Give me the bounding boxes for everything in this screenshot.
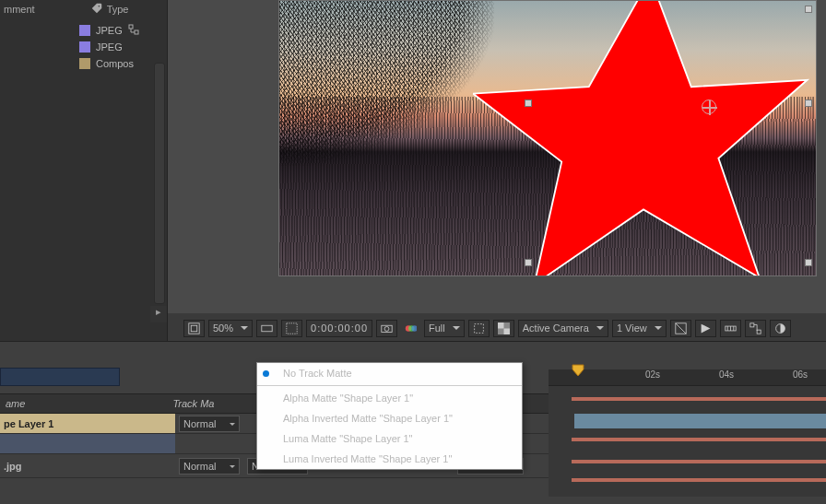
hierarchy-icon (128, 24, 141, 37)
layer-duration-bar[interactable] (572, 478, 826, 482)
menu-item-alpha-matte[interactable]: Alpha Matte "Shape Layer 1" (257, 388, 522, 408)
layer-duration-bar[interactable] (572, 460, 826, 463)
time-tick: 06s (793, 369, 808, 380)
svg-rect-2 (135, 30, 138, 34)
col-track-matte[interactable]: Track Ma (172, 398, 214, 409)
views-select[interactable]: 1 View (612, 320, 667, 337)
viewer-controls: 50% 0:00:00:00 Full Active Camera 1 View (180, 316, 826, 340)
file-type-label: JPEG (96, 25, 123, 36)
menu-item-luma-inverted-matte[interactable]: Luma Inverted Matte "Shape Layer 1" (257, 449, 522, 469)
transform-handle[interactable] (525, 259, 532, 266)
menu-item-luma-matte[interactable]: Luma Matte "Shape Layer 1" (257, 428, 522, 449)
svg-point-9 (384, 326, 389, 331)
time-ruler[interactable]: 02s 04s 06s (549, 369, 826, 386)
svg-rect-5 (191, 325, 197, 332)
safe-zones-icon[interactable] (281, 320, 302, 337)
svg-rect-20 (757, 330, 761, 334)
layer-name[interactable] (0, 434, 175, 453)
layer-duration-bar[interactable] (572, 397, 826, 401)
filetype-swatch (79, 58, 90, 69)
svg-rect-4 (189, 322, 199, 333)
svg-rect-19 (750, 322, 754, 326)
file-type-label: Compos (96, 58, 134, 69)
exposure-icon[interactable] (770, 320, 791, 337)
flowchart-icon[interactable] (745, 320, 766, 337)
tag-icon (90, 2, 103, 17)
selected-indicator-icon (263, 370, 269, 377)
time-tick: 04s (719, 369, 734, 380)
blend-mode-select[interactable]: Normal (179, 416, 240, 432)
svg-rect-7 (287, 322, 297, 333)
layer-duration-bar[interactable] (574, 414, 826, 428)
aspect-icon[interactable] (256, 320, 277, 337)
svg-rect-6 (262, 325, 272, 332)
shape-layer-star[interactable] (473, 0, 814, 276)
show-channel-icon[interactable] (401, 320, 420, 337)
resolution-select[interactable]: Full (424, 320, 465, 337)
filetype-swatch (79, 25, 90, 36)
panel-expand-icon[interactable]: ▸ (150, 306, 167, 322)
composition-viewer (168, 0, 826, 313)
track-matte-context-menu: No Track Matte Alpha Matte "Shape Layer … (256, 362, 523, 470)
project-item[interactable]: JPEG (79, 39, 167, 55)
filetype-swatch (79, 41, 90, 53)
current-time-indicator[interactable] (572, 364, 584, 377)
svg-rect-16 (503, 328, 510, 334)
menu-separator (257, 385, 522, 386)
camera-select[interactable]: Active Camera (518, 320, 608, 337)
transform-handle[interactable] (525, 100, 532, 107)
svg-rect-1 (129, 25, 133, 29)
file-type-label: JPEG (96, 41, 123, 53)
time-tick: 02s (645, 369, 660, 380)
magnification-grid-icon[interactable] (183, 320, 205, 337)
region-of-interest-icon[interactable] (468, 320, 490, 337)
transform-handle[interactable] (805, 100, 812, 107)
transform-handle[interactable] (805, 259, 812, 266)
layer-duration-bar[interactable] (572, 438, 826, 441)
column-type[interactable]: Type (107, 4, 129, 15)
menu-item-alpha-inverted-matte[interactable]: Alpha Inverted Matte "Shape Layer 1" (257, 408, 522, 428)
transparency-grid-icon[interactable] (493, 320, 514, 337)
project-panel: mment Type JPEG JPEG Compos ▸ (0, 0, 168, 341)
svg-rect-15 (498, 322, 504, 329)
svg-point-0 (98, 6, 100, 7)
transform-handle[interactable] (805, 6, 812, 13)
snapshot-icon[interactable] (376, 320, 397, 337)
menu-item-no-track-matte[interactable]: No Track Matte (257, 363, 522, 383)
layer-name[interactable]: .jpg (0, 454, 175, 477)
col-name[interactable]: ame (6, 398, 25, 409)
composition-canvas[interactable] (278, 0, 817, 276)
anchor-point-icon[interactable] (702, 100, 716, 114)
timeline-search-input[interactable] (0, 368, 120, 386)
column-comment[interactable]: mment (4, 4, 35, 15)
current-time-display[interactable]: 0:00:00:00 (306, 320, 372, 337)
project-item[interactable]: JPEG (79, 22, 167, 39)
timeline-icon[interactable] (720, 320, 741, 337)
blend-mode-select[interactable]: Normal (179, 458, 240, 475)
track-lanes[interactable] (549, 386, 826, 497)
svg-marker-3 (473, 0, 808, 276)
layer-name[interactable]: pe Layer 1 (0, 414, 175, 433)
project-scrollbar[interactable] (154, 63, 165, 304)
project-columns-header: mment Type (0, 0, 167, 18)
zoom-select[interactable]: 50% (208, 320, 253, 337)
svg-rect-13 (474, 323, 483, 333)
pixel-aspect-icon[interactable] (670, 320, 691, 337)
fast-preview-icon[interactable] (695, 320, 716, 337)
